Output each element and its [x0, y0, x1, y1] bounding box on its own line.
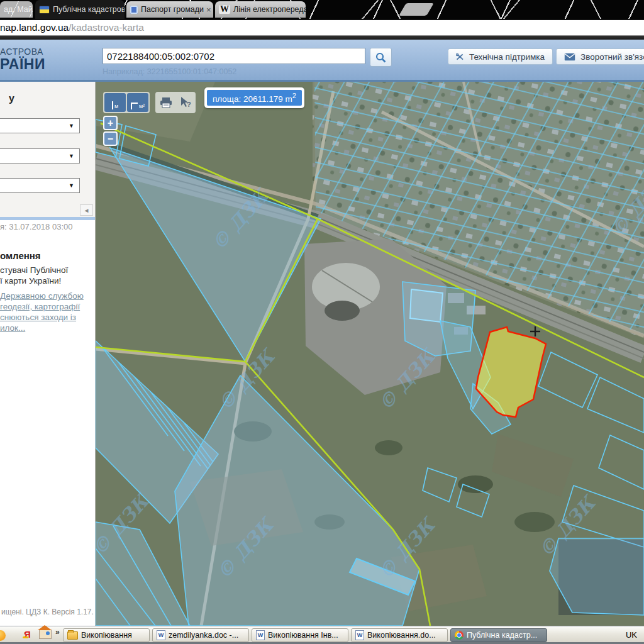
- home-app-icon[interactable]: [39, 630, 52, 639]
- feedback-label: Зворотний зв'язок: [580, 52, 644, 62]
- language-indicator[interactable]: UK: [620, 627, 643, 642]
- area-corner-icon: [131, 103, 138, 109]
- tab-power-line[interactable]: W Лінія електропередачі ×: [215, 1, 306, 18]
- sidebar-panel: у ▼ ▼ ▼ ◄ я: 31.07.2018 03:00 омлення ст…: [0, 82, 96, 626]
- chevron-down-icon: ▼: [69, 153, 74, 159]
- ruler-line-icon: [112, 101, 113, 109]
- tech-support-label: Технічна підтримка: [469, 52, 545, 62]
- taskbar-button-label: Викопіювання: [81, 631, 132, 640]
- chevron-down-icon: ▼: [69, 123, 74, 129]
- search-example-hint: Наприклад: 3221655100:01:047:0052: [103, 67, 236, 76]
- cursor-help-icon: ?: [179, 96, 192, 109]
- council-select[interactable]: ▼: [0, 178, 80, 193]
- logo-line2: РАЇНИ: [0, 57, 42, 72]
- sidebar-collapse-button[interactable]: ◄: [80, 204, 93, 216]
- tools-icon: [456, 52, 464, 62]
- tab-cadastral-map-active[interactable]: Публічна кадастрова ка ×: [35, 0, 125, 19]
- ukraine-flag-icon: [39, 6, 50, 14]
- printer-icon: [160, 97, 172, 108]
- quick-launch-overflow-chevron[interactable]: »: [55, 628, 60, 636]
- version-text: ищені. ЦДЗ К. Версія 1.17.: [1, 608, 94, 616]
- taskbar-button-label: Публічна кадастр...: [467, 631, 537, 640]
- taskbar-button-word-doc[interactable]: W Викопіювання Інв...: [252, 628, 348, 642]
- print-button[interactable]: [157, 93, 175, 112]
- tab-title: ад. Май: [4, 5, 33, 14]
- word-document-icon: W: [355, 630, 364, 640]
- taskbar-button-label: Викопіювання.do...: [367, 631, 436, 640]
- tab-title: Лінія електропередачі: [233, 5, 306, 14]
- cadastral-map-canvas[interactable]: © ДЗК © ДЗК © ДЗК © ДЗК © ДЗК © ДЗК © ДЗ…: [96, 82, 644, 626]
- address-host: nap.land.gov.ua: [0, 22, 69, 33]
- tab-title: Паспорт громади: [141, 5, 204, 14]
- tab-pasport-hromady[interactable]: Паспорт громади ×: [126, 1, 213, 18]
- taskbar-button-folder[interactable]: Викопіювання: [63, 628, 150, 642]
- feedback-button[interactable]: Зворотний зв'язок: [556, 48, 644, 65]
- tech-support-button[interactable]: Технічна підтримка: [448, 48, 553, 65]
- logo-line1: АСТРОВА: [0, 47, 42, 57]
- envelope-icon: [564, 53, 575, 61]
- passport-icon: [130, 6, 138, 14]
- browser-tab-strip: ад. Май × Публічна кадастрова ка × Паспо…: [0, 0, 644, 19]
- sidebar-heading-fragment: у: [9, 93, 14, 104]
- site-logo: АСТРОВА РАЇНИ: [0, 47, 42, 72]
- cadastral-number-input[interactable]: [103, 48, 365, 64]
- identify-help-button[interactable]: ?: [176, 93, 194, 112]
- region-select[interactable]: ▼: [0, 118, 80, 133]
- area-tooltip-text: площа: 20611.179 m: [213, 94, 292, 104]
- measure-length-label: м: [114, 104, 118, 109]
- tab-close-icon[interactable]: ×: [204, 6, 211, 14]
- wikipedia-w-icon: W: [219, 5, 230, 14]
- district-select[interactable]: ▼: [0, 148, 80, 164]
- data-updated-text: я: 31.07.2018 03:00: [0, 222, 72, 231]
- measure-area-label: м²: [139, 104, 145, 109]
- measure-tool-group: м м²: [103, 92, 150, 113]
- sidebar-divider: [0, 217, 96, 220]
- word-document-icon: W: [256, 630, 265, 640]
- announcement-link-line[interactable]: снюються заходи із: [0, 313, 76, 322]
- svg-text:?: ?: [187, 101, 191, 108]
- announcement-link-line[interactable]: Державною службою: [0, 291, 84, 301]
- folder-icon: [67, 631, 78, 640]
- announcement-heading: омлення: [0, 250, 41, 261]
- announcement-link-line[interactable]: геодезії, картографії: [0, 302, 80, 311]
- taskbar-button-chrome-active[interactable]: Публічна кадастр...: [450, 628, 547, 642]
- area-tooltip: площа: 20611.179 m2: [204, 87, 304, 108]
- word-document-icon: W: [157, 630, 165, 640]
- tab-title: Публічна кадастрова ка: [53, 5, 125, 14]
- map-actions-group: ?: [155, 92, 196, 113]
- search-button[interactable]: [370, 48, 392, 67]
- chevron-down-icon: ▼: [69, 182, 74, 189]
- search-icon: [375, 52, 386, 63]
- zoom-in-button[interactable]: +: [103, 116, 118, 130]
- satellite-map: © ДЗК © ДЗК © ДЗК © ДЗК © ДЗК © ДЗК © ДЗ…: [96, 82, 644, 626]
- taskbar-button-word-doc[interactable]: W zemdilyanka.doc -...: [152, 628, 249, 642]
- chrome-icon: [455, 631, 464, 640]
- collapse-left-icon: ◄: [84, 207, 90, 214]
- announcement-line: стувачі Публічної: [0, 265, 68, 275]
- address-bar[interactable]: nap.land.gov.ua/kadastrova-karta: [0, 19, 644, 36]
- tab-maidan[interactable]: ад. Май ×: [0, 1, 33, 18]
- screen: ад. Май × Публічна кадастрова ка × Паспо…: [0, 0, 644, 644]
- address-path: /kadastrova-karta: [69, 22, 144, 33]
- taskbar-button-label: zemdilyanka.doc -...: [169, 631, 238, 640]
- announcement-line: ї карти України!: [0, 276, 61, 286]
- measure-length-button[interactable]: м: [104, 93, 126, 112]
- measure-area-button[interactable]: м²: [127, 93, 148, 112]
- area-tooltip-sup: 2: [292, 92, 296, 99]
- key-icon: [23, 636, 28, 638]
- zoom-out-button[interactable]: −: [103, 131, 118, 146]
- announcement-link-line[interactable]: илок...: [0, 323, 25, 333]
- taskbar-button-label: Викопіювання Інв...: [268, 631, 338, 640]
- new-tab-button[interactable]: [399, 3, 434, 16]
- taskbar-button-word-doc[interactable]: W Викопіювання.do...: [351, 628, 448, 642]
